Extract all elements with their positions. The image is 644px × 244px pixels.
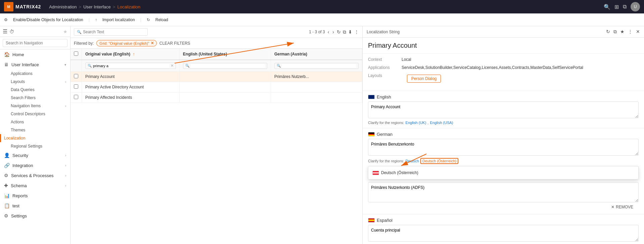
filter-btn[interactable]: ⧉ [343, 29, 346, 35]
filter-tag-close[interactable]: ✕ [151, 41, 154, 45]
lang-section-espanol: Español Cuenta principal [363, 214, 644, 244]
layouts-chevron-icon: › [65, 80, 66, 84]
sidebar-item-integration[interactable]: 🔗 Integration › [0, 160, 70, 170]
import-icon: ↑ [95, 17, 97, 22]
sidebar-item-search-filters[interactable]: Search Filters [0, 94, 70, 102]
expand-detail-btn[interactable]: ⧉ [613, 29, 617, 35]
espanol-textarea[interactable]: Cuenta principal [368, 225, 639, 242]
row-checkbox-1[interactable] [74, 74, 78, 78]
austrian-textarea[interactable]: Primäres Nutzerkonto (ADFS) [368, 182, 639, 202]
col-search-english-input[interactable] [191, 64, 265, 68]
th-checkbox [71, 49, 82, 60]
flag-es-icon [368, 218, 375, 222]
detail-main-title: Primary Account [363, 38, 644, 54]
sidebar-item-localization[interactable]: Localization [0, 134, 70, 142]
star-detail-btn[interactable]: ★ [620, 29, 625, 35]
close-detail-btn[interactable]: ✕ [636, 29, 640, 35]
sidebar-item-control-descriptors[interactable]: Control Descriptors [0, 110, 70, 118]
sidebar-item-services-processes[interactable]: ⚙ Services & Processes › [0, 170, 70, 180]
col-search-original-wrap: 🔍 ✕ [85, 63, 176, 69]
row-checkbox-3[interactable] [74, 95, 78, 99]
row-original-1: Primary Account [85, 74, 114, 79]
english-textarea[interactable]: Primary Account [368, 101, 639, 118]
td-search-german: 🔍 [271, 60, 362, 72]
table-row[interactable]: Primary Account Primäres Nutzerb... [71, 72, 362, 82]
td-original-2: Primary Active Directory Account [82, 82, 180, 92]
sidebar-item-user-interface[interactable]: 🖥 User Interface ▾ [0, 59, 70, 70]
col-search-original-clear[interactable]: ✕ [171, 64, 174, 68]
sidebar-item-applications[interactable]: Applications [0, 70, 70, 78]
col-search-german-wrap: 🔍 [274, 63, 359, 69]
sidebar-item-data-queries[interactable]: Data Queries [0, 86, 70, 94]
sidebar-item-schema[interactable]: ✚ Schema › [0, 180, 70, 191]
list-search-wrap: 🔍 [74, 28, 148, 36]
sidebar-item-security[interactable]: 👤 Security › [0, 150, 70, 160]
austrian-section: Primäres Nutzerkonto (ADFS) [368, 182, 639, 203]
avatar[interactable]: U [631, 2, 640, 11]
download-btn[interactable]: ⬇ [348, 29, 352, 35]
next-page-btn[interactable]: › [332, 29, 335, 35]
sidebar-item-home[interactable]: 🏠 Home [0, 49, 70, 59]
row-checkbox-2[interactable] [74, 84, 78, 89]
history-icon[interactable]: ⏱ [9, 29, 14, 34]
td-search-original: 🔍 ✕ [82, 60, 180, 72]
grid-icon[interactable]: ⊞ [614, 4, 619, 10]
clarify-english-usa-link[interactable]: English (USA) [430, 121, 453, 125]
th-english: English (United States) [179, 49, 271, 60]
sort-asc-icon[interactable]: ↑ [133, 52, 135, 56]
german-textarea[interactable]: Primäres Benutzerkonto [368, 139, 639, 156]
schema-icon: ✚ [4, 183, 8, 188]
localization-table: Original value (English) ↑ English (Unit… [71, 49, 362, 103]
search-navigation-input[interactable] [3, 39, 67, 47]
espanol-label: Español [377, 218, 393, 223]
remove-btn[interactable]: ✕ REMOVE [368, 203, 639, 211]
enable-disable-btn[interactable]: Enable/Disable Objects for Localization [13, 17, 83, 22]
reload-btn[interactable]: Reload [155, 17, 168, 22]
table-row[interactable]: Primary Active Directory Account [71, 82, 362, 92]
lang-section-german: German Primäres Benutzerkonto Clarify fo… [363, 128, 644, 214]
region-dropdown-item[interactable]: Deutsch (Österreich) [368, 168, 638, 177]
ui-chevron-icon: ▾ [64, 63, 66, 67]
clarify-english-uk-link[interactable]: English (UK) [406, 121, 426, 125]
filter-tag[interactable]: Grid: "Original value (English)" ✕ [96, 40, 156, 46]
sidebar-item-navigation-items[interactable]: Navigation Items › [0, 102, 70, 110]
filter-tag-text: Grid: "Original value (English)" [99, 41, 149, 45]
settings-label: Settings [11, 213, 27, 218]
sidebar-item-layouts[interactable]: Layouts › [0, 78, 70, 86]
refresh-detail-btn[interactable]: ↻ [606, 29, 610, 35]
th-original-label: Original value (English) [85, 52, 130, 56]
sidebar-item-actions[interactable]: Actions [0, 118, 70, 126]
col-search-german-input[interactable] [282, 64, 356, 68]
search-text-input[interactable] [83, 30, 145, 34]
hamburger-icon[interactable]: ☰ [3, 28, 7, 35]
table-row[interactable]: Primary Affected Incidents [71, 92, 362, 103]
search-icon-topbar[interactable]: 🔍 [604, 4, 610, 10]
col-search-original-input[interactable] [93, 64, 169, 68]
import-btn[interactable]: Import localization [102, 17, 135, 22]
breadcrumb-current: Localization [117, 4, 140, 9]
more-detail-btn[interactable]: ⋮ [628, 29, 633, 35]
sidebar-item-regional-settings[interactable]: Regional Settings [0, 142, 70, 150]
layout-badge[interactable]: Person Dialog [407, 75, 441, 83]
search-icon-list: 🔍 [77, 30, 82, 34]
more-btn[interactable]: ⋮ [354, 29, 359, 35]
star-icon-sidebar[interactable]: ★ [63, 29, 67, 34]
layouts-meta-label: Layouts [368, 73, 402, 78]
clarify-german-link1[interactable]: Deutsch [406, 159, 419, 163]
sidebar-item-home-label: Home [12, 52, 24, 57]
sidebar-item-settings[interactable]: ⚙ Settings [0, 211, 70, 221]
layouts-label-sidebar: Layouts [11, 79, 25, 84]
prev-page-btn[interactable]: ‹ [327, 29, 330, 35]
select-all-checkbox[interactable] [74, 51, 78, 56]
logo-icon: M [4, 2, 13, 11]
list-panel: 🔍 1 - 3 of 3 ‹ › ↻ ⧉ ⬇ ⋮ Filtered by: Gr… [71, 26, 363, 244]
sidebar-item-themes[interactable]: Themes [0, 126, 70, 134]
sidebar-item-reports[interactable]: 📊 Reports [0, 191, 70, 201]
screen-icon[interactable]: ⧉ [623, 4, 627, 10]
sidebar-item-test[interactable]: 📋 test [0, 201, 70, 211]
meta-layouts-row: Layouts Person Dialog [368, 73, 639, 84]
clarify-german-link2[interactable]: Deutsch (Österreich) [420, 158, 458, 164]
refresh-list-btn[interactable]: ↻ [337, 29, 341, 35]
integration-chevron-icon: › [65, 164, 66, 167]
clear-filters-btn[interactable]: CLEAR FILTERS [159, 41, 190, 46]
